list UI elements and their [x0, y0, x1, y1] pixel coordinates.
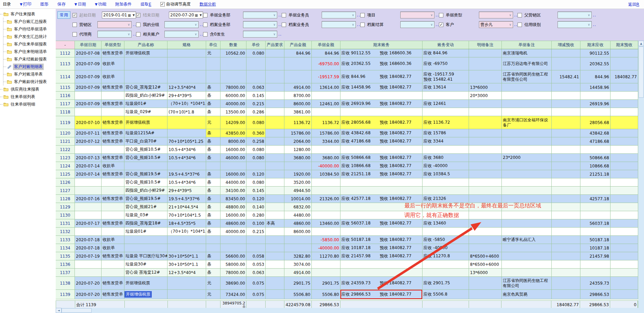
- cell-ys[interactable]: 10187.18: [580, 244, 611, 252]
- cell-unit[interactable]: 条: [206, 108, 220, 116]
- lookup-dots-button[interactable]: ..: [357, 13, 360, 17]
- cell-preq[interactable]: [266, 252, 284, 260]
- cell-bd[interactable]: [422, 203, 469, 211]
- cell-zj[interactable]: [552, 116, 580, 129]
- cell-type[interactable]: [102, 178, 124, 186]
- cell-yu[interactable]: [611, 154, 638, 162]
- cell-zj[interactable]: [552, 137, 580, 145]
- column-header-期末应收[interactable]: 期末应收: [580, 41, 611, 49]
- cell-dj[interactable]: 南京顶瑞电机: [502, 49, 552, 57]
- cell-type[interactable]: 销售发货单: [102, 170, 124, 178]
- filter-checkbox-代理商[interactable]: [72, 32, 77, 37]
- cell-num[interactable]: 1113: [56, 57, 75, 70]
- filter-checkbox-档案业务员[interactable]: [282, 23, 286, 27]
- cell-qimo[interactable]: 应收 14458.96预收 184082.77: [340, 83, 422, 91]
- column-header-单价[interactable]: 单价: [246, 41, 266, 49]
- cell-preq[interactable]: [266, 170, 284, 178]
- cell-date[interactable]: [75, 203, 102, 211]
- cell-qimo[interactable]: [340, 211, 422, 219]
- cell-zj[interactable]: [552, 92, 580, 99]
- cell-date[interactable]: 2020-07-16: [75, 195, 102, 203]
- cell-qty[interactable]: [220, 244, 246, 252]
- cell-type[interactable]: 销售发货单: [102, 290, 124, 299]
- cell-mx[interactable]: [469, 244, 502, 252]
- cell-num[interactable]: 1135: [56, 252, 75, 260]
- cell-yu[interactable]: [611, 290, 638, 299]
- cell-qty[interactable]: 13500.00: [220, 108, 246, 116]
- cell-qty[interactable]: 10562.00: [220, 49, 246, 57]
- cell-preq[interactable]: [266, 49, 284, 57]
- cell-yu[interactable]: [611, 92, 638, 99]
- cell-spec[interactable]: 29+4*39*5: [167, 92, 206, 99]
- chevron-down-icon[interactable]: ∨: [126, 32, 131, 36]
- cell-qimo[interactable]: 应收 21457.98预收 184082.77: [340, 252, 422, 260]
- cell-dj[interactable]: [502, 83, 552, 91]
- cell-num[interactable]: 1130: [56, 211, 75, 219]
- cell-yu[interactable]: [611, 211, 638, 219]
- cell-type[interactable]: [102, 203, 124, 211]
- column-header-账务变动[interactable]: 账务变动: [422, 41, 469, 49]
- date-input-起始日期[interactable]: 2019-01-01▦▼: [102, 12, 136, 18]
- cell-type[interactable]: [102, 228, 124, 235]
- cell-product[interactable]: 开据增值税票: [124, 277, 167, 289]
- cell-preq[interactable]: [266, 211, 284, 219]
- cell-preq[interactable]: [266, 203, 284, 211]
- cell-ys[interactable]: 844.96: [580, 70, 611, 83]
- cell-preq[interactable]: [266, 162, 284, 170]
- dropdown-我的分组[interactable]: ∨: [164, 21, 199, 28]
- cell-type[interactable]: [102, 211, 124, 219]
- cell-type[interactable]: [102, 269, 124, 276]
- cell-price[interactable]: 0.145: [246, 187, 266, 194]
- cell-price[interactable]: 0.075: [246, 290, 266, 299]
- cell-type[interactable]: 销售发货单: [102, 219, 124, 227]
- dropdown-档案业务部[interactable]: ∨: [243, 21, 277, 28]
- cell-zj[interactable]: [552, 49, 580, 57]
- cell-num[interactable]: 1112: [56, 49, 75, 57]
- cell-pamt[interactable]: [284, 244, 312, 252]
- cell-pamt[interactable]: 4914.00: [284, 83, 312, 91]
- filter-checkbox-含0发生[interactable]: [203, 32, 207, 37]
- cell-mx[interactable]: [469, 290, 502, 299]
- cell-type[interactable]: 销售发货单: [102, 129, 124, 137]
- sidebar-item-往来单据明细[interactable]: 往来单据明细: [0, 100, 56, 108]
- cell-bd[interactable]: [422, 269, 469, 276]
- cell-num[interactable]: 1124: [56, 162, 75, 170]
- cell-pamt[interactable]: 2901.75: [284, 277, 312, 289]
- cell-num[interactable]: 1132: [56, 228, 75, 235]
- cell-product[interactable]: 四指袋_奶白小鲜29#: [124, 187, 167, 194]
- cell-price[interactable]: 0.080: [246, 178, 266, 186]
- cell-qimo[interactable]: 应收 50866.68预收 184082.77: [340, 154, 422, 162]
- cell-yu[interactable]: [611, 146, 638, 153]
- cell-unit[interactable]: 条: [206, 211, 220, 219]
- cell-mx[interactable]: [469, 57, 502, 70]
- cell-yu[interactable]: [611, 195, 638, 203]
- cell-dj[interactable]: 南京市浦口区全福环保设备厂: [502, 116, 552, 129]
- cell-ys[interactable]: 29866.53: [580, 290, 611, 299]
- column-header-增减预收[interactable]: 增减预收: [552, 41, 580, 49]
- cell-zj[interactable]: [552, 195, 580, 203]
- cell-type[interactable]: [102, 260, 124, 268]
- cell-price[interactable]: 0.120: [246, 170, 266, 178]
- cell-price[interactable]: 0.360: [246, 129, 266, 137]
- dropdown-相关账户[interactable]: ∨: [164, 31, 199, 38]
- cell-yu[interactable]: [611, 100, 638, 108]
- cell-bd[interactable]: [422, 211, 469, 219]
- cell-damt[interactable]: 11270.80: [312, 252, 340, 260]
- cell-unit[interactable]: [206, 57, 220, 70]
- sidebar-item-供应商往来报表[interactable]: 供应商往来报表: [0, 85, 56, 93]
- column-header-rownum[interactable]: -: [56, 41, 75, 49]
- cell-damt[interactable]: [312, 178, 340, 186]
- cell-date[interactable]: 2020-07-18: [75, 236, 102, 244]
- cell-damt[interactable]: -69750.00: [312, 57, 340, 70]
- dropdown-档案业务员[interactable]: ∨: [322, 21, 356, 28]
- cell-bd[interactable]: [422, 92, 469, 99]
- cell-dj[interactable]: 江苏万启达电子有限公司: [502, 57, 552, 70]
- chevron-down-icon[interactable]: ∨: [193, 32, 198, 36]
- cell-preq[interactable]: [266, 290, 284, 299]
- cell-dj[interactable]: [502, 219, 552, 227]
- cell-pamt[interactable]: 3680.00: [284, 154, 312, 162]
- toolbar-button-数据分析[interactable]: 数据分析: [200, 1, 216, 7]
- filter-checkbox-相关账户[interactable]: [136, 32, 140, 37]
- cell-qty[interactable]: [220, 57, 246, 70]
- cell-bd[interactable]: 应收 13614: [422, 83, 469, 91]
